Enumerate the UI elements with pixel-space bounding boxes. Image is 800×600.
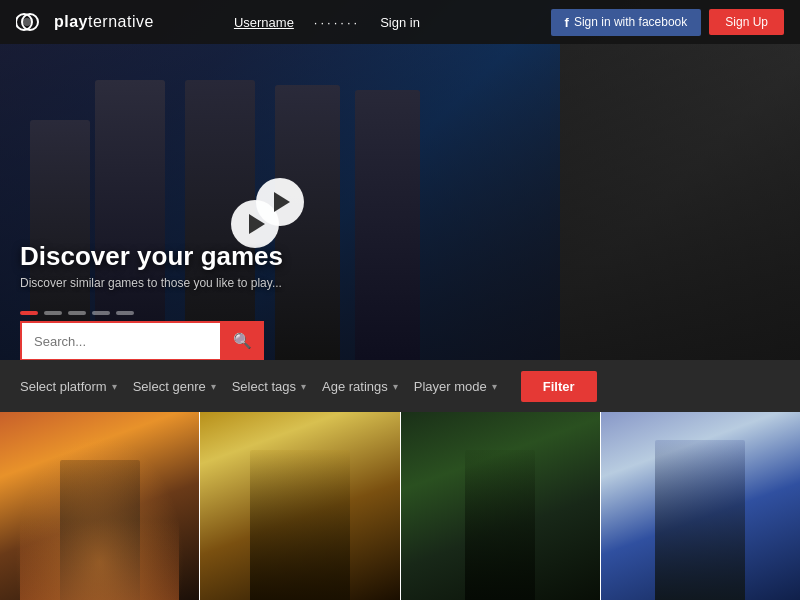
platform-label: Select platform [20, 379, 107, 394]
dot-2[interactable] [44, 311, 62, 315]
dot-1[interactable] [20, 311, 38, 315]
logo-area: playternative [16, 11, 154, 33]
dot-4[interactable] [92, 311, 110, 315]
signup-button[interactable]: Sign Up [709, 9, 784, 35]
game-card-1[interactable] [0, 412, 199, 600]
game-card-2[interactable] [199, 412, 399, 600]
filter-bar: Select platform ▾ Select genre ▾ Select … [0, 360, 800, 412]
hero-section: Discover your games Discover similar gam… [0, 0, 800, 360]
tags-dropdown[interactable]: Select tags ▾ [232, 379, 306, 394]
genre-dropdown[interactable]: Select genre ▾ [133, 379, 216, 394]
logo-text: playternative [54, 13, 154, 31]
game-grid [0, 412, 800, 600]
hero-dots [20, 311, 134, 315]
age-label: Age ratings [322, 379, 388, 394]
hero-bg-right [560, 0, 800, 360]
facebook-btn-label: Sign in with facebook [574, 15, 687, 29]
search-input[interactable] [20, 321, 220, 360]
age-dropdown[interactable]: Age ratings ▾ [322, 379, 398, 394]
dot-5[interactable] [116, 311, 134, 315]
game-card-bg-2 [200, 412, 399, 600]
game-card-3[interactable] [400, 412, 600, 600]
genre-chevron: ▾ [211, 381, 216, 392]
hero-content: Discover your games Discover similar gam… [20, 241, 283, 290]
filter-button[interactable]: Filter [521, 371, 597, 402]
tags-chevron: ▾ [301, 381, 306, 392]
game-card-bg-4 [601, 412, 800, 600]
header: playternative Username ······· Sign in f… [0, 0, 800, 44]
hero-title: Discover your games [20, 241, 283, 272]
header-nav: Username ······· Sign in [234, 15, 551, 30]
search-icon: 🔍 [233, 332, 252, 350]
player-mode-chevron: ▾ [492, 381, 497, 392]
age-chevron: ▾ [393, 381, 398, 392]
platform-dropdown[interactable]: Select platform ▾ [20, 379, 117, 394]
platform-chevron: ▾ [112, 381, 117, 392]
game-card-bg-1 [0, 412, 199, 600]
hero-figure-right [560, 44, 800, 360]
play-video-button[interactable] [256, 178, 304, 226]
nav-username[interactable]: Username [234, 15, 294, 30]
dot-3[interactable] [68, 311, 86, 315]
logo-icon [16, 11, 48, 33]
player-mode-label: Player mode [414, 379, 487, 394]
nav-password: ······· [314, 15, 360, 30]
tags-label: Select tags [232, 379, 296, 394]
genre-label: Select genre [133, 379, 206, 394]
player-mode-dropdown[interactable]: Player mode ▾ [414, 379, 497, 394]
facebook-signin-button[interactable]: f Sign in with facebook [551, 9, 702, 36]
game-card-4[interactable] [600, 412, 800, 600]
facebook-icon: f [565, 15, 569, 30]
hero-subtitle: Discover similar games to those you like… [20, 276, 283, 290]
svg-point-2 [23, 18, 31, 26]
search-bar: 🔍 [20, 321, 264, 360]
search-button[interactable]: 🔍 [220, 321, 264, 360]
nav-signin[interactable]: Sign in [380, 15, 420, 30]
game-card-bg-3 [401, 412, 600, 600]
header-actions: f Sign in with facebook Sign Up [551, 9, 784, 36]
